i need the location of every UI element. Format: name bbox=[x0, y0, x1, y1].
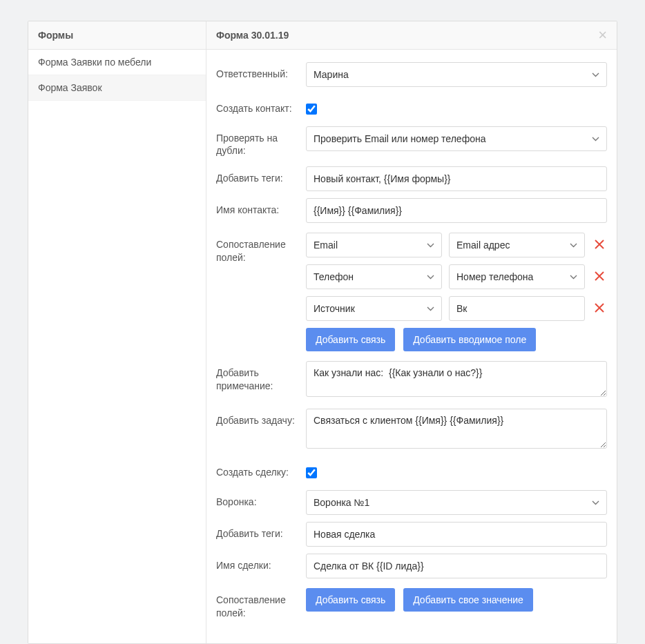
mapping-left-select[interactable]: Email bbox=[306, 233, 442, 257]
mapping-right-input[interactable] bbox=[449, 296, 585, 321]
add-tags-label: Добавить теги: bbox=[216, 166, 306, 184]
add-note-label: Добавить примечание: bbox=[216, 361, 306, 391]
sidebar-item-label: Форма Заявок bbox=[38, 82, 102, 93]
responsible-select[interactable]: Марина bbox=[306, 62, 607, 87]
mapping-label: Сопоставление полей: bbox=[216, 233, 306, 263]
deal-name-label: Имя сделки: bbox=[216, 554, 306, 572]
deal-mapping-label: Сопоставление полей: bbox=[216, 588, 306, 618]
chevron-down-icon bbox=[592, 500, 599, 505]
contact-name-label: Имя контакта: bbox=[216, 198, 306, 216]
mapping-row: Email Email адрес bbox=[306, 233, 607, 257]
mapping-buttons: Добавить связь Добавить вводимое поле bbox=[306, 328, 607, 351]
remove-mapping-icon[interactable] bbox=[592, 237, 607, 253]
sidebar-item-furniture-form[interactable]: Форма Заявки по мебели bbox=[28, 50, 206, 75]
add-task-textarea[interactable] bbox=[306, 409, 607, 449]
remove-mapping-icon[interactable] bbox=[592, 269, 607, 285]
responsible-label: Ответственный: bbox=[216, 62, 306, 80]
form-main: Ответственный: Марина Создать контакт: bbox=[206, 50, 617, 643]
mapping-right-select[interactable]: Номер телефона bbox=[449, 264, 585, 289]
header-right: Форма 30.01.19 × bbox=[206, 21, 617, 49]
header-left-title: Формы bbox=[28, 21, 206, 49]
add-task-label: Добавить задачу: bbox=[216, 409, 306, 427]
mapping-left-select[interactable]: Источник bbox=[306, 296, 442, 321]
check-dupes-select[interactable]: Проверить Email или номер телефона bbox=[306, 126, 607, 151]
check-dupes-label: Проверять на дубли: bbox=[216, 126, 306, 157]
mapping-left-value: Телефон bbox=[314, 271, 354, 282]
funnel-label: Воронка: bbox=[216, 490, 306, 508]
mapping-left-value: Источник bbox=[314, 303, 355, 314]
mapping-left-value: Email bbox=[314, 240, 338, 251]
mapping-right-value: Email адрес bbox=[456, 240, 510, 251]
add-link-button[interactable]: Добавить связь bbox=[306, 328, 395, 351]
remove-mapping-icon[interactable] bbox=[592, 301, 607, 317]
deal-tags-label: Добавить теги: bbox=[216, 522, 306, 540]
create-deal-label: Создать сделку: bbox=[216, 460, 306, 478]
chevron-down-icon bbox=[427, 243, 434, 248]
add-note-textarea[interactable] bbox=[306, 361, 607, 397]
sidebar-item-requests-form[interactable]: Форма Заявок bbox=[28, 75, 206, 101]
add-tags-input[interactable] bbox=[306, 166, 607, 191]
create-deal-checkbox[interactable] bbox=[306, 467, 317, 478]
mapping-row: Телефон Номер телефона bbox=[306, 264, 607, 289]
chevron-down-icon bbox=[592, 72, 599, 77]
close-icon[interactable]: × bbox=[598, 30, 607, 40]
mapping-row: Источник bbox=[306, 296, 607, 321]
responsible-value: Марина bbox=[314, 69, 349, 80]
deal-add-value-button[interactable]: Добавить свое значение bbox=[403, 588, 533, 612]
funnel-select[interactable]: Воронка №1 bbox=[306, 490, 607, 515]
funnel-value: Воронка №1 bbox=[314, 497, 369, 508]
sidebar: Форма Заявки по мебели Форма Заявок bbox=[28, 50, 206, 643]
panel-header: Формы Форма 30.01.19 × bbox=[28, 21, 617, 50]
sidebar-item-label: Форма Заявки по мебели bbox=[38, 57, 151, 68]
chevron-down-icon bbox=[427, 306, 434, 311]
chevron-down-icon bbox=[427, 275, 434, 280]
header-right-title: Форма 30.01.19 bbox=[216, 30, 289, 41]
create-contact-checkbox[interactable] bbox=[306, 104, 317, 115]
chevron-down-icon bbox=[570, 275, 577, 280]
check-dupes-value: Проверить Email или номер телефона bbox=[314, 133, 485, 144]
panel-body: Форма Заявки по мебели Форма Заявок Отве… bbox=[28, 50, 617, 643]
add-input-field-button[interactable]: Добавить вводимое поле bbox=[403, 328, 536, 351]
mapping-left-select[interactable]: Телефон bbox=[306, 264, 442, 289]
mapping-right-value: Номер телефона bbox=[456, 271, 533, 282]
mapping-right-select[interactable]: Email адрес bbox=[449, 233, 585, 257]
deal-name-input[interactable] bbox=[306, 554, 607, 578]
contact-name-input[interactable] bbox=[306, 198, 607, 223]
chevron-down-icon bbox=[570, 243, 577, 248]
deal-add-link-button[interactable]: Добавить связь bbox=[306, 588, 395, 612]
create-contact-label: Создать контакт: bbox=[216, 97, 306, 115]
chevron-down-icon bbox=[592, 137, 599, 142]
deal-tags-input[interactable] bbox=[306, 522, 607, 547]
forms-panel: Формы Форма 30.01.19 × Форма Заявки по м… bbox=[28, 21, 617, 644]
